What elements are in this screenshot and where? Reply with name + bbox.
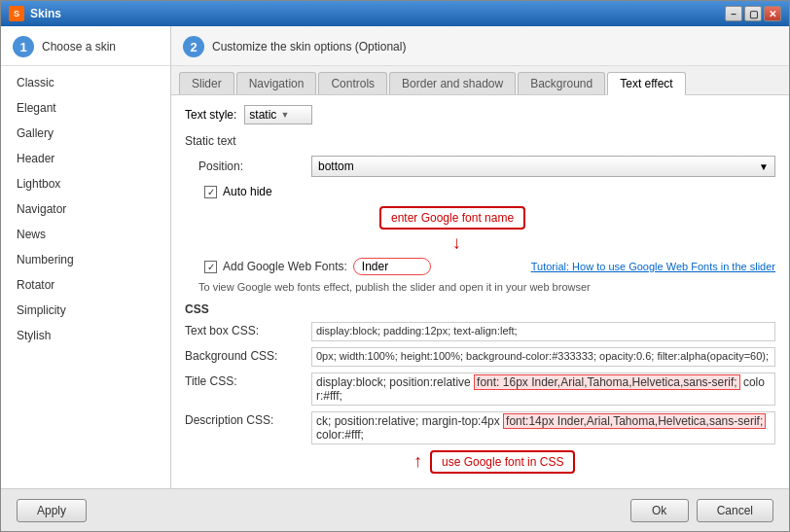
google-font-input[interactable] [353, 258, 431, 275]
desc-css-suffix: color:#fff; [316, 428, 364, 442]
text-style-value: static [249, 108, 276, 122]
footer-left: Apply [17, 499, 87, 522]
main-header: 2 Customize the skin options (Optional) [171, 26, 789, 66]
skin-item-stylish[interactable]: Stylish [1, 323, 170, 348]
footer: Apply Ok Cancel [1, 488, 789, 531]
content-area: 1 Choose a skin Classic Elegant Gallery … [1, 26, 789, 488]
tutorial-link[interactable]: Tutorial: How to use Google Web Fonts in… [531, 261, 775, 272]
position-dropdown-arrow-icon: ▼ [759, 161, 769, 172]
css-row-background: Background CSS: 0px; width:100%; height:… [185, 347, 775, 367]
step2-label: Customize the skin options (Optional) [212, 40, 406, 53]
close-button[interactable]: ✕ [764, 6, 781, 21]
tab-controls[interactable]: Controls [318, 72, 387, 94]
step1-num: 1 [13, 36, 34, 57]
tab-navigation[interactable]: Navigation [236, 72, 317, 94]
footer-right: Ok Cancel [630, 499, 773, 522]
auto-hide-label: Auto hide [223, 185, 272, 198]
css-row-title: Title CSS: display:block; position:relat… [185, 372, 775, 406]
tabs: Slider Navigation Controls Border and sh… [171, 66, 789, 95]
css-label-title: Title CSS: [185, 372, 311, 388]
title-controls: – ▢ ✕ [725, 6, 781, 21]
skin-item-rotator[interactable]: Rotator [1, 272, 170, 298]
step1-label: Choose a skin [42, 40, 116, 53]
css-value-textbox[interactable]: display:block; padding:12px; text-align:… [311, 322, 775, 341]
annotation-use-font-css: use Google font in CSS [430, 450, 575, 474]
tab-text-effect[interactable]: Text effect [607, 72, 685, 95]
position-label: Position: [185, 160, 311, 173]
maximize-button[interactable]: ▢ [744, 6, 762, 21]
skin-item-header[interactable]: Header [1, 146, 170, 171]
ok-button[interactable]: Ok [630, 499, 689, 522]
css-section-title: CSS [185, 302, 775, 316]
skin-item-gallery[interactable]: Gallery [1, 121, 170, 146]
position-dropdown[interactable]: bottom ▼ [311, 156, 775, 177]
google-fonts-row: Add Google Web Fonts: Tutorial: How to u… [185, 258, 775, 275]
text-style-label: Text style: [185, 108, 236, 122]
skin-item-classic[interactable]: Classic [1, 70, 170, 95]
skin-item-navigator[interactable]: Navigator [1, 196, 170, 222]
main-panel: 2 Customize the skin options (Optional) … [171, 26, 789, 488]
static-text-title: Static text [185, 134, 775, 148]
text-style-select[interactable]: static ▼ [244, 105, 312, 124]
skin-item-news[interactable]: News [1, 222, 170, 247]
desc-css-highlight: font:14px Inder,Arial,Tahoma,Helvetica,s… [503, 413, 766, 429]
apply-button[interactable]: Apply [17, 499, 87, 522]
css-label-textbox: Text box CSS: [185, 322, 311, 337]
css-label-description: Description CSS: [185, 411, 311, 427]
window-title: Skins [30, 7, 61, 20]
select-arrow-icon: ▼ [280, 110, 289, 120]
tab-background[interactable]: Background [518, 72, 605, 94]
google-fonts-label: Add Google Web Fonts: [223, 260, 347, 273]
annotation-enter-font: enter Google font name [379, 206, 525, 230]
auto-hide-row: Auto hide [185, 185, 775, 198]
text-style-row: Text style: static ▼ [185, 105, 775, 124]
google-fonts-checkbox[interactable] [204, 261, 217, 273]
sidebar: 1 Choose a skin Classic Elegant Gallery … [1, 26, 171, 488]
minimize-button[interactable]: – [725, 6, 742, 21]
skin-item-elegant[interactable]: Elegant [1, 95, 170, 121]
position-value: bottom [318, 160, 354, 173]
google-fonts-info: To view Google web fonts effect, publish… [185, 281, 775, 293]
css-value-background[interactable]: 0px; width:100%; height:100%; background… [311, 347, 775, 367]
css-label-background: Background CSS: [185, 347, 311, 363]
css-row-description: Description CSS: ck; position:relative; … [185, 411, 775, 444]
title-css-highlight: font: 16px Inder,Arial,Tahoma,Helvetica,… [474, 374, 739, 390]
step1-header: 1 Choose a skin [1, 26, 170, 66]
main-window: S Skins – ▢ ✕ 1 Choose a skin Classic El… [0, 0, 790, 532]
title-bar: S Skins – ▢ ✕ [1, 1, 789, 26]
desc-css-prefix: ck; position:relative; margin-top:4px [316, 414, 503, 428]
step2-num: 2 [183, 36, 204, 57]
css-value-title[interactable]: display:block; position:relative font: 1… [311, 372, 775, 406]
title-bar-left: S Skins [9, 6, 61, 21]
skin-item-simplicity[interactable]: Simplicity [1, 298, 170, 323]
tab-border-shadow[interactable]: Border and shadow [389, 72, 516, 94]
tab-slider[interactable]: Slider [179, 72, 234, 94]
cancel-button[interactable]: Cancel [697, 499, 773, 522]
skin-list: Classic Elegant Gallery Header Lightbox … [1, 66, 170, 488]
position-row: Position: bottom ▼ [185, 156, 775, 177]
auto-hide-checkbox[interactable] [204, 186, 217, 198]
app-icon: S [9, 6, 24, 21]
skin-item-numbering[interactable]: Numbering [1, 247, 170, 272]
panel-content: Text style: static ▼ Static text Positio… [171, 95, 789, 488]
css-row-textbox: Text box CSS: display:block; padding:12p… [185, 322, 775, 341]
title-css-prefix: display:block; position:relative [316, 375, 474, 389]
css-value-description[interactable]: ck; position:relative; margin-top:4px fo… [311, 411, 775, 444]
skin-item-lightbox[interactable]: Lightbox [1, 171, 170, 196]
